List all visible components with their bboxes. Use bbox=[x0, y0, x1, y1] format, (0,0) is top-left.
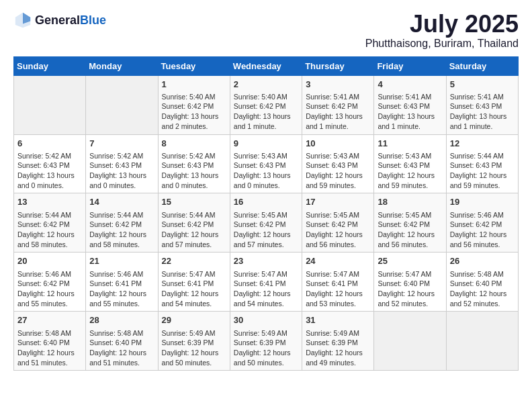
day-info: Sunset: 6:41 PM bbox=[306, 279, 370, 289]
day-info: Sunrise: 5:45 AM bbox=[306, 210, 370, 220]
day-number: 17 bbox=[306, 196, 370, 208]
day-info: Sunrise: 5:42 AM bbox=[17, 151, 82, 161]
weekday-header-saturday: Saturday bbox=[446, 56, 518, 75]
calendar-week-row: 1Sunrise: 5:40 AMSunset: 6:42 PMDaylight… bbox=[14, 75, 519, 134]
day-info: Sunset: 6:42 PM bbox=[17, 220, 82, 230]
day-info: Sunset: 6:43 PM bbox=[162, 161, 226, 171]
day-info: Sunset: 6:42 PM bbox=[89, 220, 154, 230]
logo-text: GeneralBlue bbox=[35, 13, 106, 28]
day-info: Sunset: 6:40 PM bbox=[378, 279, 442, 289]
calendar-cell: 26Sunrise: 5:48 AMSunset: 6:40 PMDayligh… bbox=[446, 253, 518, 312]
day-info: Sunrise: 5:48 AM bbox=[17, 328, 82, 338]
day-info: Sunset: 6:39 PM bbox=[306, 338, 370, 348]
day-number: 19 bbox=[450, 196, 515, 208]
day-info: Daylight: 12 hours and 58 minutes. bbox=[89, 230, 154, 249]
day-number: 10 bbox=[306, 138, 370, 150]
day-info: Daylight: 12 hours and 59 minutes. bbox=[306, 171, 370, 190]
day-info: Sunset: 6:42 PM bbox=[234, 101, 298, 111]
day-info: Sunset: 6:41 PM bbox=[234, 279, 298, 289]
calendar-cell: 27Sunrise: 5:48 AMSunset: 6:40 PMDayligh… bbox=[14, 312, 86, 371]
day-info: Sunrise: 5:48 AM bbox=[450, 269, 515, 279]
day-info: Daylight: 12 hours and 52 minutes. bbox=[378, 289, 442, 308]
calendar-cell: 16Sunrise: 5:45 AMSunset: 6:42 PMDayligh… bbox=[230, 193, 302, 253]
calendar-cell: 24Sunrise: 5:47 AMSunset: 6:41 PMDayligh… bbox=[302, 253, 374, 312]
day-number: 7 bbox=[89, 138, 154, 150]
calendar-cell bbox=[14, 75, 86, 134]
calendar-cell: 2Sunrise: 5:40 AMSunset: 6:42 PMDaylight… bbox=[230, 75, 302, 134]
calendar-cell: 31Sunrise: 5:49 AMSunset: 6:39 PMDayligh… bbox=[302, 312, 374, 371]
day-info: Sunset: 6:40 PM bbox=[89, 338, 154, 348]
day-info: Sunset: 6:41 PM bbox=[162, 279, 226, 289]
day-info: Sunrise: 5:44 AM bbox=[89, 210, 154, 220]
weekday-header-tuesday: Tuesday bbox=[158, 56, 230, 75]
day-number: 9 bbox=[234, 138, 298, 150]
main-title: July 2025 bbox=[365, 11, 519, 38]
day-info: Sunset: 6:42 PM bbox=[450, 220, 515, 230]
day-info: Daylight: 12 hours and 54 minutes. bbox=[234, 289, 298, 308]
day-info: Sunset: 6:40 PM bbox=[450, 279, 515, 289]
day-info: Sunset: 6:42 PM bbox=[162, 220, 226, 230]
day-info: Sunrise: 5:45 AM bbox=[378, 210, 442, 220]
day-info: Daylight: 12 hours and 51 minutes. bbox=[17, 348, 82, 367]
day-number: 3 bbox=[306, 79, 370, 91]
calendar-week-row: 20Sunrise: 5:46 AMSunset: 6:42 PMDayligh… bbox=[14, 253, 519, 312]
calendar-cell: 30Sunrise: 5:49 AMSunset: 6:39 PMDayligh… bbox=[230, 312, 302, 371]
calendar-cell bbox=[374, 312, 446, 371]
day-number: 21 bbox=[89, 255, 154, 267]
day-info: Daylight: 12 hours and 56 minutes. bbox=[306, 230, 370, 249]
calendar-cell: 19Sunrise: 5:46 AMSunset: 6:42 PMDayligh… bbox=[446, 193, 518, 253]
day-number: 22 bbox=[162, 255, 226, 267]
calendar-cell: 28Sunrise: 5:48 AMSunset: 6:40 PMDayligh… bbox=[86, 312, 158, 371]
calendar-cell bbox=[446, 312, 518, 371]
calendar-cell: 11Sunrise: 5:43 AMSunset: 6:43 PMDayligh… bbox=[374, 134, 446, 193]
day-number: 4 bbox=[378, 79, 442, 91]
weekday-header-sunday: Sunday bbox=[14, 56, 86, 75]
day-number: 29 bbox=[162, 314, 226, 326]
day-info: Sunrise: 5:42 AM bbox=[162, 151, 226, 161]
day-number: 2 bbox=[234, 79, 298, 91]
day-number: 1 bbox=[162, 79, 226, 91]
calendar-cell: 6Sunrise: 5:42 AMSunset: 6:43 PMDaylight… bbox=[14, 134, 86, 193]
day-number: 15 bbox=[162, 196, 226, 208]
day-info: Sunrise: 5:44 AM bbox=[17, 210, 82, 220]
day-info: Sunrise: 5:47 AM bbox=[162, 269, 226, 279]
day-info: Daylight: 12 hours and 58 minutes. bbox=[17, 230, 82, 249]
day-info: Daylight: 13 hours and 2 minutes. bbox=[162, 111, 226, 131]
day-info: Sunrise: 5:49 AM bbox=[162, 328, 226, 338]
weekday-header-friday: Friday bbox=[374, 56, 446, 75]
day-info: Sunrise: 5:47 AM bbox=[306, 269, 370, 279]
day-info: Sunrise: 5:47 AM bbox=[378, 269, 442, 279]
calendar-cell: 14Sunrise: 5:44 AMSunset: 6:42 PMDayligh… bbox=[86, 193, 158, 253]
day-info: Sunrise: 5:49 AM bbox=[306, 328, 370, 338]
title-block: July 2025 Phutthaisong, Buriram, Thailan… bbox=[365, 11, 519, 50]
day-info: Daylight: 12 hours and 50 minutes. bbox=[162, 348, 226, 367]
day-number: 20 bbox=[17, 255, 82, 267]
day-info: Sunset: 6:43 PM bbox=[234, 161, 298, 171]
calendar-cell: 12Sunrise: 5:44 AMSunset: 6:43 PMDayligh… bbox=[446, 134, 518, 193]
calendar-cell: 8Sunrise: 5:42 AMSunset: 6:43 PMDaylight… bbox=[158, 134, 230, 193]
calendar-cell: 22Sunrise: 5:47 AMSunset: 6:41 PMDayligh… bbox=[158, 253, 230, 312]
page-header: GeneralBlue July 2025 Phutthaisong, Buri… bbox=[13, 11, 519, 50]
day-info: Daylight: 13 hours and 1 minute. bbox=[306, 111, 370, 131]
day-number: 16 bbox=[234, 196, 298, 208]
calendar-cell: 18Sunrise: 5:45 AMSunset: 6:42 PMDayligh… bbox=[374, 193, 446, 253]
day-info: Sunset: 6:39 PM bbox=[162, 338, 226, 348]
day-number: 5 bbox=[450, 79, 515, 91]
day-info: Sunset: 6:42 PM bbox=[234, 220, 298, 230]
day-info: Sunrise: 5:41 AM bbox=[450, 92, 515, 102]
day-number: 27 bbox=[17, 314, 82, 326]
day-number: 12 bbox=[450, 138, 515, 150]
day-info: Daylight: 12 hours and 57 minutes. bbox=[162, 230, 226, 249]
day-info: Sunset: 6:42 PM bbox=[378, 220, 442, 230]
day-number: 28 bbox=[89, 314, 154, 326]
day-info: Sunrise: 5:47 AM bbox=[234, 269, 298, 279]
day-info: Daylight: 12 hours and 54 minutes. bbox=[162, 289, 226, 308]
calendar-week-row: 27Sunrise: 5:48 AMSunset: 6:40 PMDayligh… bbox=[14, 312, 519, 371]
day-info: Sunrise: 5:46 AM bbox=[17, 269, 82, 279]
logo-icon bbox=[13, 11, 32, 30]
day-info: Daylight: 13 hours and 0 minutes. bbox=[17, 171, 82, 190]
day-info: Sunset: 6:42 PM bbox=[162, 101, 226, 111]
day-number: 24 bbox=[306, 255, 370, 267]
weekday-header-wednesday: Wednesday bbox=[230, 56, 302, 75]
calendar-week-row: 6Sunrise: 5:42 AMSunset: 6:43 PMDaylight… bbox=[14, 134, 519, 193]
